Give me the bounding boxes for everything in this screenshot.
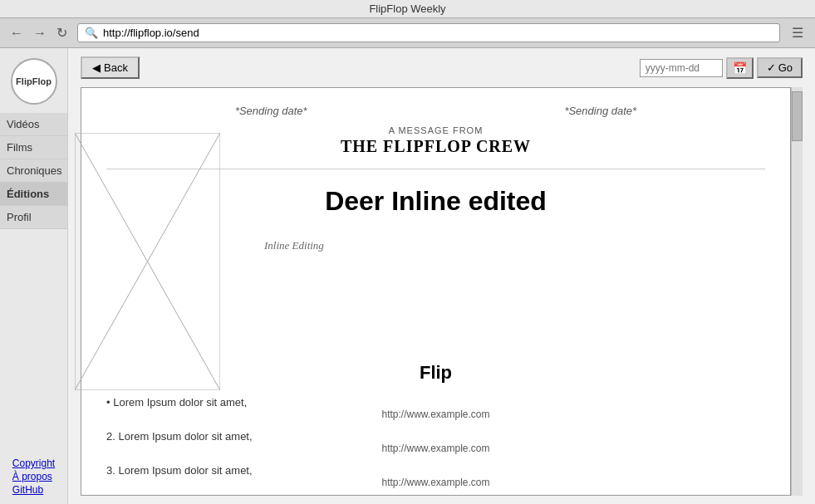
list-item: 2. Lorem Ipsum dolor sit amet, http://ww… <box>106 430 765 454</box>
back-arrow-icon: ◀ <box>92 61 101 74</box>
browser-menu-button[interactable]: ☰ <box>787 23 808 42</box>
item-text: Lorem Ipsum dolor sit amet, <box>118 430 252 443</box>
logo: FlipFlop <box>11 58 57 105</box>
item-number: 3. <box>106 464 118 477</box>
item-number: 2. <box>106 430 118 443</box>
sidebar-item-profil[interactable]: Profil <box>0 206 67 229</box>
title-bar: FlipFlop Weekly <box>0 0 815 18</box>
item-link[interactable]: http://www.example.com <box>106 409 765 420</box>
toolbar: ◀ Back 📅 ✓ Go <box>81 56 803 79</box>
sidebar: FlipFlop Vidéos Films Chroniques Édition… <box>0 48 68 504</box>
back-nav-button[interactable]: ← <box>7 24 27 42</box>
list-item: • Lorem Ipsum dolor sit amet, http://www… <box>106 396 765 420</box>
window-title: FlipFlop Weekly <box>369 2 445 15</box>
sidebar-item-chroniques[interactable]: Chroniques <box>0 159 67 183</box>
back-button[interactable]: ◀ Back <box>81 56 140 79</box>
copyright-link[interactable]: Copyright <box>12 458 55 469</box>
scrollbar-track[interactable] <box>791 87 803 496</box>
address-bar: 🔍 <box>77 23 780 42</box>
sidebar-footer: Copyright À propos GitHub <box>6 449 61 504</box>
news-list: • Lorem Ipsum dolor sit amet, http://www… <box>106 396 765 496</box>
sidebar-item-editions[interactable]: Éditions <box>0 183 67 206</box>
forward-nav-button[interactable]: → <box>30 24 50 42</box>
item-number: • <box>106 396 113 409</box>
browser-chrome: ← → ↻ 🔍 ☰ <box>0 18 815 48</box>
sending-date-right: *Sending date* <box>564 105 636 117</box>
newsletter-header: *Sending date* *Sending date* <box>106 105 765 117</box>
scrollbar-thumb[interactable] <box>792 91 803 141</box>
main-container: FlipFlop Vidéos Films Chroniques Édition… <box>0 48 815 504</box>
url-input[interactable] <box>103 27 773 39</box>
item-text: Lorem Ipsum dolor sit amet, <box>113 396 247 409</box>
back-label: Back <box>104 61 128 74</box>
item-link[interactable]: http://www.example.com <box>106 443 765 454</box>
search-icon: 🔍 <box>85 27 98 39</box>
go-label: Go <box>778 61 793 74</box>
sending-date-left: *Sending date* <box>235 105 307 117</box>
reload-button[interactable]: ↻ <box>53 23 71 42</box>
date-input[interactable] <box>640 59 723 77</box>
list-item: 3. Lorem Ipsum dolor sit amet, http://ww… <box>106 464 765 488</box>
date-controls: 📅 ✓ Go <box>640 57 803 79</box>
sidebar-item-films[interactable]: Films <box>0 136 67 159</box>
nav-buttons: ← → ↻ <box>7 23 71 42</box>
image-placeholder <box>75 133 220 390</box>
checkmark-icon: ✓ <box>767 61 776 74</box>
go-button[interactable]: ✓ Go <box>757 57 803 78</box>
apropos-link[interactable]: À propos <box>12 471 55 482</box>
calendar-button[interactable]: 📅 <box>726 57 754 79</box>
item-link[interactable]: http://www.example.com <box>106 477 765 488</box>
item-text: Lorem Ipsum dolor sit amet, <box>118 464 252 477</box>
sidebar-item-videos[interactable]: Vidéos <box>0 113 67 136</box>
inline-editing-label: Inline Editing <box>264 237 324 252</box>
github-link[interactable]: GitHub <box>12 484 55 496</box>
